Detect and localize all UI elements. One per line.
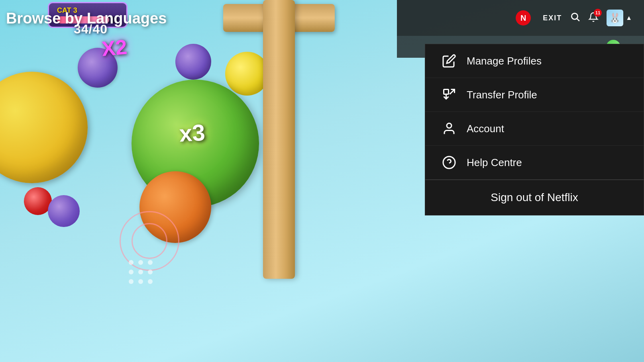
search-icon — [570, 12, 580, 22]
person-icon — [441, 121, 457, 137]
netflix-logo: N — [516, 10, 531, 25]
multiplier-x2: X2 — [101, 35, 128, 61]
browse-by-languages: Browse by Languages — [0, 10, 167, 27]
sign-out-label: Sign out of Netflix — [491, 191, 578, 204]
fruit-purple-top — [175, 44, 211, 80]
manage-profiles-item[interactable]: Manage Profiles — [425, 44, 644, 78]
avatar-image: 🐰 — [607, 10, 623, 26]
notification-badge: 11 — [594, 9, 602, 17]
fruit-purple-small — [48, 195, 80, 227]
account-item[interactable]: Account — [425, 112, 644, 146]
svg-rect-2 — [444, 90, 449, 94]
transfer-profile-item[interactable]: Transfer Profile — [425, 78, 644, 112]
search-button[interactable] — [570, 12, 580, 24]
multiplier-x3: x3 — [179, 119, 206, 147]
sign-out-button[interactable]: Sign out of Netflix — [425, 180, 644, 215]
svg-point-4 — [447, 123, 452, 128]
transfer-profile-label: Transfer Profile — [467, 89, 537, 101]
manage-profiles-label: Manage Profiles — [467, 55, 542, 67]
chevron-up-icon: ▲ — [626, 14, 632, 22]
help-icon — [441, 155, 457, 170]
wooden-post — [263, 0, 295, 279]
bubble-ring-small — [132, 223, 167, 259]
help-centre-label: Help Centre — [467, 157, 522, 169]
transfer-icon — [441, 87, 457, 103]
float-dots — [128, 259, 154, 285]
fruit-yellow-small — [225, 52, 269, 96]
netflix-header: N EXIT 11 🐰 ▲ — [397, 0, 644, 36]
notifications-button[interactable]: 11 — [588, 12, 599, 24]
pencil-icon — [441, 53, 457, 69]
svg-line-1 — [577, 19, 579, 21]
exit-button[interactable]: EXIT — [543, 14, 562, 22]
profile-avatar-button[interactable]: 🐰 ▲ — [607, 10, 632, 26]
profile-dropdown-menu: Manage Profiles Transfer Profile Account — [425, 44, 644, 215]
svg-point-0 — [571, 13, 577, 19]
help-centre-item[interactable]: Help Centre — [425, 146, 644, 180]
browse-by-sub: Languages — [87, 10, 167, 27]
account-label: Account — [467, 123, 504, 135]
fruit-yellow-large — [0, 72, 88, 183]
